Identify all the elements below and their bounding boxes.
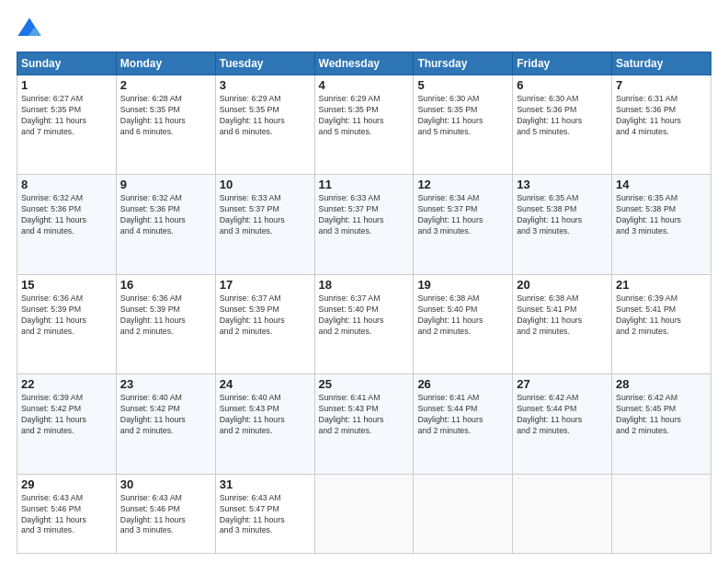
calendar-cell: 30Sunrise: 6:43 AMSunset: 5:46 PMDayligh… [116,474,215,553]
day-number: 28 [616,377,707,391]
calendar-cell: 14Sunrise: 6:35 AMSunset: 5:38 PMDayligh… [612,175,711,274]
day-info: Sunrise: 6:36 AMSunset: 5:39 PMDaylight:… [21,293,112,338]
day-number: 1 [21,78,112,92]
logo-icon [17,17,42,42]
calendar-week-row: 1Sunrise: 6:27 AMSunset: 5:35 PMDaylight… [17,75,711,175]
day-number: 31 [220,477,311,491]
day-info: Sunrise: 6:35 AMSunset: 5:38 PMDaylight:… [616,193,707,237]
day-number: 2 [120,78,211,92]
day-number: 25 [319,377,410,391]
calendar-cell: 31Sunrise: 6:43 AMSunset: 5:47 PMDayligh… [215,474,314,553]
calendar-cell: 26Sunrise: 6:41 AMSunset: 5:44 PMDayligh… [414,374,513,474]
calendar-cell [513,474,612,553]
day-info: Sunrise: 6:32 AMSunset: 5:36 PMDaylight:… [120,193,211,237]
calendar-cell: 11Sunrise: 6:33 AMSunset: 5:37 PMDayligh… [314,175,414,274]
day-info: Sunrise: 6:33 AMSunset: 5:37 PMDaylight:… [319,193,410,237]
calendar-cell: 22Sunrise: 6:39 AMSunset: 5:42 PMDayligh… [17,374,117,474]
day-info: Sunrise: 6:29 AMSunset: 5:35 PMDaylight:… [220,94,311,138]
calendar-week-row: 22Sunrise: 6:39 AMSunset: 5:42 PMDayligh… [17,374,711,474]
day-number: 20 [517,278,608,292]
calendar-cell: 2Sunrise: 6:28 AMSunset: 5:35 PMDaylight… [116,75,215,175]
calendar-cell: 8Sunrise: 6:32 AMSunset: 5:36 PMDaylight… [17,175,117,274]
calendar-cell: 21Sunrise: 6:39 AMSunset: 5:41 PMDayligh… [612,274,711,373]
day-info: Sunrise: 6:43 AMSunset: 5:46 PMDaylight:… [120,493,211,537]
calendar-cell: 16Sunrise: 6:36 AMSunset: 5:39 PMDayligh… [116,274,215,373]
calendar-header-sunday: Sunday [17,52,117,75]
calendar-cell: 4Sunrise: 6:29 AMSunset: 5:35 PMDaylight… [314,75,414,175]
day-info: Sunrise: 6:34 AMSunset: 5:37 PMDaylight:… [417,193,508,237]
calendar-cell: 23Sunrise: 6:40 AMSunset: 5:42 PMDayligh… [116,374,215,474]
day-info: Sunrise: 6:32 AMSunset: 5:36 PMDaylight:… [21,193,112,237]
day-number: 6 [517,78,608,92]
page: SundayMondayTuesdayWednesdayThursdayFrid… [0,0,728,563]
calendar-header-tuesday: Tuesday [215,52,314,75]
day-number: 24 [220,377,311,391]
day-number: 21 [616,278,707,292]
day-info: Sunrise: 6:28 AMSunset: 5:35 PMDaylight:… [120,94,211,138]
calendar-cell: 5Sunrise: 6:30 AMSunset: 5:35 PMDaylight… [414,75,513,175]
day-info: Sunrise: 6:30 AMSunset: 5:36 PMDaylight:… [517,94,608,138]
calendar-cell: 3Sunrise: 6:29 AMSunset: 5:35 PMDaylight… [215,75,314,175]
calendar-header-friday: Friday [513,52,612,75]
calendar-week-row: 15Sunrise: 6:36 AMSunset: 5:39 PMDayligh… [17,274,711,373]
calendar-week-row: 29Sunrise: 6:43 AMSunset: 5:46 PMDayligh… [17,474,711,553]
day-number: 29 [21,477,112,491]
calendar-cell: 19Sunrise: 6:38 AMSunset: 5:40 PMDayligh… [414,274,513,373]
day-number: 18 [319,278,410,292]
day-info: Sunrise: 6:40 AMSunset: 5:42 PMDaylight:… [120,393,211,437]
calendar-cell [414,474,513,553]
day-info: Sunrise: 6:29 AMSunset: 5:35 PMDaylight:… [319,94,410,138]
day-info: Sunrise: 6:30 AMSunset: 5:35 PMDaylight:… [417,94,508,138]
day-info: Sunrise: 6:35 AMSunset: 5:38 PMDaylight:… [517,193,608,237]
day-info: Sunrise: 6:38 AMSunset: 5:41 PMDaylight:… [517,293,608,338]
calendar-cell: 10Sunrise: 6:33 AMSunset: 5:37 PMDayligh… [215,175,314,274]
day-number: 9 [120,178,211,191]
day-number: 8 [21,178,112,191]
day-number: 10 [220,178,311,191]
day-info: Sunrise: 6:43 AMSunset: 5:47 PMDaylight:… [220,493,311,537]
calendar-cell: 6Sunrise: 6:30 AMSunset: 5:36 PMDaylight… [513,75,612,175]
calendar-cell: 20Sunrise: 6:38 AMSunset: 5:41 PMDayligh… [513,274,612,373]
day-number: 22 [21,377,112,391]
day-info: Sunrise: 6:31 AMSunset: 5:36 PMDaylight:… [616,94,707,138]
calendar-cell: 13Sunrise: 6:35 AMSunset: 5:38 PMDayligh… [513,175,612,274]
day-info: Sunrise: 6:40 AMSunset: 5:43 PMDaylight:… [220,393,311,437]
day-number: 14 [616,178,707,191]
calendar-cell: 27Sunrise: 6:42 AMSunset: 5:44 PMDayligh… [513,374,612,474]
calendar-header-monday: Monday [116,52,215,75]
day-number: 15 [21,278,112,292]
calendar-cell: 1Sunrise: 6:27 AMSunset: 5:35 PMDaylight… [17,75,117,175]
day-info: Sunrise: 6:42 AMSunset: 5:44 PMDaylight:… [517,393,608,437]
day-number: 30 [120,477,211,491]
calendar-week-row: 8Sunrise: 6:32 AMSunset: 5:36 PMDaylight… [17,175,711,274]
day-info: Sunrise: 6:38 AMSunset: 5:40 PMDaylight:… [417,293,508,338]
calendar-cell: 24Sunrise: 6:40 AMSunset: 5:43 PMDayligh… [215,374,314,474]
calendar-cell: 29Sunrise: 6:43 AMSunset: 5:46 PMDayligh… [17,474,117,553]
day-number: 19 [417,278,508,292]
day-number: 12 [417,178,508,191]
day-info: Sunrise: 6:27 AMSunset: 5:35 PMDaylight:… [21,94,112,138]
day-info: Sunrise: 6:39 AMSunset: 5:42 PMDaylight:… [21,393,112,437]
day-info: Sunrise: 6:37 AMSunset: 5:39 PMDaylight:… [220,293,311,338]
day-info: Sunrise: 6:43 AMSunset: 5:46 PMDaylight:… [21,493,112,537]
day-info: Sunrise: 6:33 AMSunset: 5:37 PMDaylight:… [220,193,311,237]
day-info: Sunrise: 6:41 AMSunset: 5:43 PMDaylight:… [319,393,410,437]
calendar-cell: 7Sunrise: 6:31 AMSunset: 5:36 PMDaylight… [612,75,711,175]
calendar-cell: 17Sunrise: 6:37 AMSunset: 5:39 PMDayligh… [215,274,314,373]
day-number: 5 [417,78,508,92]
day-number: 3 [220,78,311,92]
day-info: Sunrise: 6:42 AMSunset: 5:45 PMDaylight:… [616,393,707,437]
calendar-cell [314,474,414,553]
day-info: Sunrise: 6:41 AMSunset: 5:44 PMDaylight:… [417,393,508,437]
day-info: Sunrise: 6:36 AMSunset: 5:39 PMDaylight:… [120,293,211,338]
calendar-cell: 9Sunrise: 6:32 AMSunset: 5:36 PMDaylight… [116,175,215,274]
day-info: Sunrise: 6:37 AMSunset: 5:40 PMDaylight:… [319,293,410,338]
day-number: 27 [517,377,608,391]
day-number: 17 [220,278,311,292]
day-number: 7 [616,78,707,92]
day-number: 11 [319,178,410,191]
calendar-header-wednesday: Wednesday [314,52,414,75]
day-number: 26 [417,377,508,391]
calendar-cell: 25Sunrise: 6:41 AMSunset: 5:43 PMDayligh… [314,374,414,474]
calendar-cell: 15Sunrise: 6:36 AMSunset: 5:39 PMDayligh… [17,274,117,373]
